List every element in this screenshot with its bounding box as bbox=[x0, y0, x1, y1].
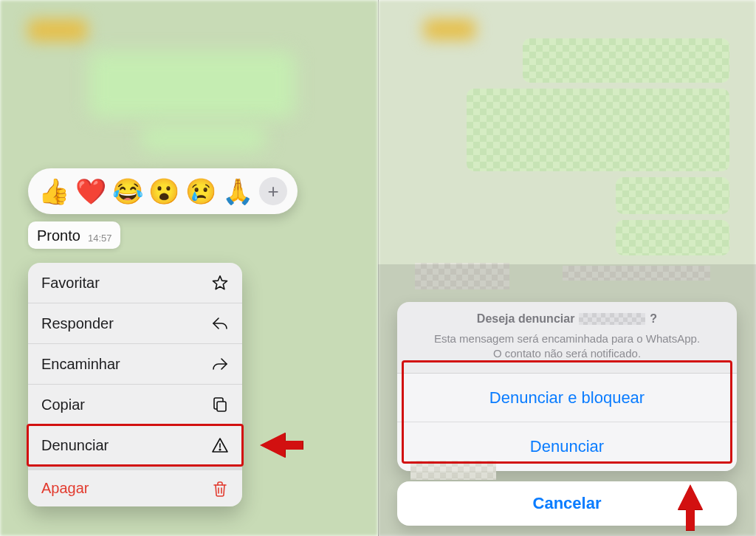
sheet-title: Deseja denunciar ? bbox=[418, 312, 716, 326]
right-screenshot: Deseja denunciar ? Esta mensagem será en… bbox=[378, 0, 756, 536]
reaction-bar: 👍 ❤️ 😂 😮 😢 🙏 + bbox=[28, 168, 298, 214]
menu-item-favoritar[interactable]: Favoritar bbox=[28, 263, 242, 303]
redacted-name bbox=[579, 313, 645, 325]
menu-item-responder[interactable]: Responder bbox=[28, 303, 242, 344]
sheet-subtitle: Esta mensagem será encaminhada para o Wh… bbox=[418, 331, 716, 362]
context-menu: Favoritar Responder Encaminhar Copiar De… bbox=[28, 263, 242, 506]
forward-icon bbox=[211, 355, 229, 373]
menu-label: Favoritar bbox=[41, 275, 100, 292]
menu-item-copiar[interactable]: Copiar bbox=[28, 385, 242, 425]
reaction-thumbs-up[interactable]: 👍 bbox=[38, 176, 69, 206]
message-text: Pronto bbox=[37, 227, 80, 244]
annotation-arrow-icon bbox=[260, 433, 285, 458]
reaction-laugh[interactable]: 😂 bbox=[112, 176, 143, 206]
menu-item-apagar[interactable]: Apagar bbox=[28, 466, 242, 506]
sheet-subtitle-line: Esta mensagem será encaminhada para o Wh… bbox=[418, 331, 716, 346]
copy-icon bbox=[211, 396, 229, 413]
redacted-bubble bbox=[616, 220, 729, 255]
menu-label: Denunciar bbox=[41, 437, 109, 454]
trash-icon bbox=[211, 480, 229, 498]
menu-item-denunciar[interactable]: Denunciar bbox=[28, 425, 242, 466]
sheet-subtitle-line: O contato não será notificado. bbox=[418, 346, 716, 361]
blurred-header-chip bbox=[424, 19, 475, 40]
svg-point-3 bbox=[219, 449, 221, 450]
reaction-wow[interactable]: 😮 bbox=[148, 176, 179, 206]
sheet-title-suffix: ? bbox=[650, 312, 657, 326]
sheet-title-prefix: Deseja denunciar bbox=[477, 312, 575, 326]
svg-rect-1 bbox=[217, 402, 226, 411]
redacted-bubble bbox=[616, 177, 729, 214]
action-sheet: Deseja denunciar ? Esta mensagem será en… bbox=[397, 302, 737, 472]
star-icon bbox=[211, 274, 229, 292]
menu-label: Apagar bbox=[41, 480, 89, 497]
left-screenshot: 👍 ❤️ 😂 😮 😢 🙏 + Pronto 14:57 Favoritar Re… bbox=[0, 0, 378, 536]
reply-icon bbox=[211, 315, 229, 332]
menu-label: Copiar bbox=[41, 396, 85, 413]
redacted-block bbox=[410, 461, 496, 480]
blurred-header-chip bbox=[28, 19, 87, 41]
message-timestamp: 14:57 bbox=[88, 233, 112, 244]
reaction-add-button[interactable]: + bbox=[259, 177, 287, 205]
annotation-arrow-icon bbox=[678, 484, 703, 509]
svg-marker-0 bbox=[213, 276, 227, 289]
warning-icon bbox=[211, 436, 229, 454]
redacted-bubble bbox=[467, 89, 729, 171]
report-and-block-button[interactable]: Denunciar e bloquear bbox=[397, 374, 737, 422]
redacted-bubble bbox=[523, 38, 729, 83]
sheet-header: Deseja denunciar ? Esta mensagem será en… bbox=[397, 302, 737, 374]
reaction-heart[interactable]: ❤️ bbox=[75, 176, 106, 206]
menu-label: Encaminhar bbox=[41, 356, 120, 373]
blurred-bubble bbox=[89, 52, 295, 118]
blurred-bubble bbox=[140, 126, 266, 151]
message-bubble[interactable]: Pronto 14:57 bbox=[28, 221, 120, 249]
menu-item-encaminhar[interactable]: Encaminhar bbox=[28, 344, 242, 385]
reaction-sad[interactable]: 😢 bbox=[185, 176, 216, 206]
reaction-pray[interactable]: 🙏 bbox=[222, 176, 253, 206]
menu-label: Responder bbox=[41, 315, 114, 332]
